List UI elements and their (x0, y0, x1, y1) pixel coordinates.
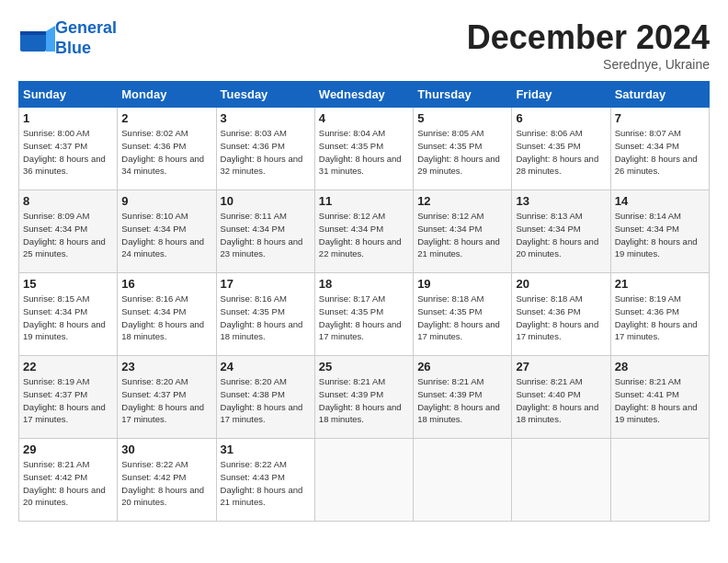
day-header-tuesday: Tuesday (216, 82, 314, 108)
title-section: December 2024 Serednye, Ukraine (467, 18, 710, 72)
day-number: 1 (23, 111, 113, 125)
day-number: 14 (615, 194, 705, 208)
day-number: 29 (23, 442, 113, 456)
calendar-table: SundayMondayTuesdayWednesdayThursdayFrid… (18, 81, 710, 522)
calendar-cell: 29Sunrise: 8:21 AMSunset: 4:42 PMDayligh… (19, 439, 118, 522)
day-info: Sunrise: 8:10 AMSunset: 4:34 PMDaylight:… (121, 210, 211, 260)
day-number: 30 (121, 442, 211, 456)
day-number: 26 (417, 360, 507, 373)
calendar-cell: 18Sunrise: 8:17 AMSunset: 4:35 PMDayligh… (314, 273, 413, 356)
day-info: Sunrise: 8:16 AMSunset: 4:34 PMDaylight:… (121, 293, 211, 343)
day-number: 15 (23, 277, 113, 291)
day-info: Sunrise: 8:22 AMSunset: 4:43 PMDaylight:… (221, 458, 311, 509)
calendar-cell: 3Sunrise: 8:03 AMSunset: 4:36 PMDaylight… (216, 108, 314, 190)
day-number: 24 (221, 360, 311, 373)
day-info: Sunrise: 8:07 AMSunset: 4:34 PMDaylight:… (615, 127, 705, 178)
day-number: 5 (417, 111, 507, 125)
calendar-cell: 24Sunrise: 8:20 AMSunset: 4:38 PMDayligh… (216, 356, 314, 439)
calendar-week-row: 15Sunrise: 8:15 AMSunset: 4:34 PMDayligh… (19, 273, 710, 356)
day-info: Sunrise: 8:04 AMSunset: 4:35 PMDaylight:… (319, 127, 409, 178)
calendar-cell: 1Sunrise: 8:00 AMSunset: 4:37 PMDaylight… (19, 108, 118, 190)
day-info: Sunrise: 8:19 AMSunset: 4:37 PMDaylight:… (23, 375, 113, 426)
day-number: 8 (23, 194, 113, 208)
day-info: Sunrise: 8:05 AMSunset: 4:35 PMDaylight:… (417, 127, 507, 178)
day-number: 6 (516, 111, 606, 125)
day-info: Sunrise: 8:16 AMSunset: 4:35 PMDaylight:… (221, 293, 311, 343)
day-header-friday: Friday (512, 82, 610, 108)
day-header-wednesday: Wednesday (314, 82, 413, 108)
day-number: 13 (516, 194, 606, 208)
day-number: 31 (221, 442, 311, 456)
calendar-cell: 28Sunrise: 8:21 AMSunset: 4:41 PMDayligh… (610, 356, 709, 439)
day-number: 11 (319, 194, 409, 208)
day-number: 21 (615, 277, 705, 291)
day-info: Sunrise: 8:17 AMSunset: 4:35 PMDaylight:… (319, 293, 409, 343)
logo: General Blue (18, 18, 117, 58)
day-info: Sunrise: 8:12 AMSunset: 4:34 PMDaylight:… (319, 210, 409, 260)
calendar-header: SundayMondayTuesdayWednesdayThursdayFrid… (19, 82, 710, 108)
day-number: 18 (319, 277, 409, 291)
day-info: Sunrise: 8:11 AMSunset: 4:34 PMDaylight:… (221, 210, 311, 260)
day-number: 17 (221, 277, 311, 291)
calendar-body: 1Sunrise: 8:00 AMSunset: 4:37 PMDaylight… (19, 108, 710, 522)
calendar-cell: 4Sunrise: 8:04 AMSunset: 4:35 PMDaylight… (314, 108, 413, 190)
calendar-cell: 17Sunrise: 8:16 AMSunset: 4:35 PMDayligh… (216, 273, 314, 356)
calendar-cell (314, 439, 413, 522)
calendar-cell: 10Sunrise: 8:11 AMSunset: 4:34 PMDayligh… (216, 190, 314, 273)
day-info: Sunrise: 8:13 AMSunset: 4:34 PMDaylight:… (516, 210, 606, 260)
day-number: 16 (121, 277, 211, 291)
calendar-cell: 9Sunrise: 8:10 AMSunset: 4:34 PMDaylight… (118, 190, 216, 273)
day-number: 27 (516, 360, 606, 373)
day-number: 4 (319, 111, 409, 125)
day-info: Sunrise: 8:09 AMSunset: 4:34 PMDaylight:… (23, 210, 113, 260)
logo-line2: Blue (55, 39, 117, 59)
calendar-cell: 26Sunrise: 8:21 AMSunset: 4:39 PMDayligh… (414, 356, 512, 439)
calendar-cell: 16Sunrise: 8:16 AMSunset: 4:34 PMDayligh… (118, 273, 216, 356)
day-info: Sunrise: 8:21 AMSunset: 4:40 PMDaylight:… (516, 375, 606, 426)
day-info: Sunrise: 8:21 AMSunset: 4:42 PMDaylight:… (23, 458, 113, 509)
day-header-sunday: Sunday (19, 82, 118, 108)
day-number: 10 (221, 194, 311, 208)
calendar-week-row: 8Sunrise: 8:09 AMSunset: 4:34 PMDaylight… (19, 190, 710, 273)
day-info: Sunrise: 8:02 AMSunset: 4:36 PMDaylight:… (121, 127, 211, 178)
days-of-week-row: SundayMondayTuesdayWednesdayThursdayFrid… (19, 82, 710, 108)
calendar-cell: 22Sunrise: 8:19 AMSunset: 4:37 PMDayligh… (19, 356, 118, 439)
day-info: Sunrise: 8:22 AMSunset: 4:42 PMDaylight:… (121, 458, 211, 509)
calendar-week-row: 1Sunrise: 8:00 AMSunset: 4:37 PMDaylight… (19, 108, 710, 190)
calendar-cell: 31Sunrise: 8:22 AMSunset: 4:43 PMDayligh… (216, 439, 314, 522)
calendar-cell: 7Sunrise: 8:07 AMSunset: 4:34 PMDaylight… (610, 108, 709, 190)
calendar-cell: 30Sunrise: 8:22 AMSunset: 4:42 PMDayligh… (118, 439, 216, 522)
calendar-week-row: 29Sunrise: 8:21 AMSunset: 4:42 PMDayligh… (19, 439, 710, 522)
calendar-cell: 27Sunrise: 8:21 AMSunset: 4:40 PMDayligh… (512, 356, 610, 439)
day-header-thursday: Thursday (414, 82, 512, 108)
day-number: 9 (121, 194, 211, 208)
calendar-cell: 14Sunrise: 8:14 AMSunset: 4:34 PMDayligh… (610, 190, 709, 273)
day-number: 23 (121, 360, 211, 373)
day-header-monday: Monday (118, 82, 216, 108)
calendar-cell: 8Sunrise: 8:09 AMSunset: 4:34 PMDaylight… (19, 190, 118, 273)
logo-icon (18, 22, 51, 55)
calendar-cell (414, 439, 512, 522)
calendar-cell: 5Sunrise: 8:05 AMSunset: 4:35 PMDaylight… (414, 108, 512, 190)
calendar-cell (610, 439, 709, 522)
logo-line1: General (55, 18, 117, 39)
day-info: Sunrise: 8:21 AMSunset: 4:39 PMDaylight:… (417, 375, 507, 426)
day-header-saturday: Saturday (610, 82, 709, 108)
calendar-cell: 12Sunrise: 8:12 AMSunset: 4:34 PMDayligh… (414, 190, 512, 273)
svg-marker-1 (46, 26, 55, 52)
day-info: Sunrise: 8:21 AMSunset: 4:39 PMDaylight:… (319, 375, 409, 426)
calendar-cell: 15Sunrise: 8:15 AMSunset: 4:34 PMDayligh… (19, 273, 118, 356)
day-info: Sunrise: 8:03 AMSunset: 4:36 PMDaylight:… (221, 127, 311, 178)
calendar-cell: 23Sunrise: 8:20 AMSunset: 4:37 PMDayligh… (118, 356, 216, 439)
day-number: 19 (417, 277, 507, 291)
calendar-cell: 19Sunrise: 8:18 AMSunset: 4:35 PMDayligh… (414, 273, 512, 356)
calendar-week-row: 22Sunrise: 8:19 AMSunset: 4:37 PMDayligh… (19, 356, 710, 439)
day-number: 7 (615, 111, 705, 125)
day-info: Sunrise: 8:00 AMSunset: 4:37 PMDaylight:… (23, 127, 113, 178)
day-info: Sunrise: 8:12 AMSunset: 4:34 PMDaylight:… (417, 210, 507, 260)
day-info: Sunrise: 8:19 AMSunset: 4:36 PMDaylight:… (615, 293, 705, 343)
calendar-cell (512, 439, 610, 522)
day-info: Sunrise: 8:06 AMSunset: 4:35 PMDaylight:… (516, 127, 606, 178)
day-number: 2 (121, 111, 211, 125)
day-info: Sunrise: 8:18 AMSunset: 4:36 PMDaylight:… (516, 293, 606, 343)
